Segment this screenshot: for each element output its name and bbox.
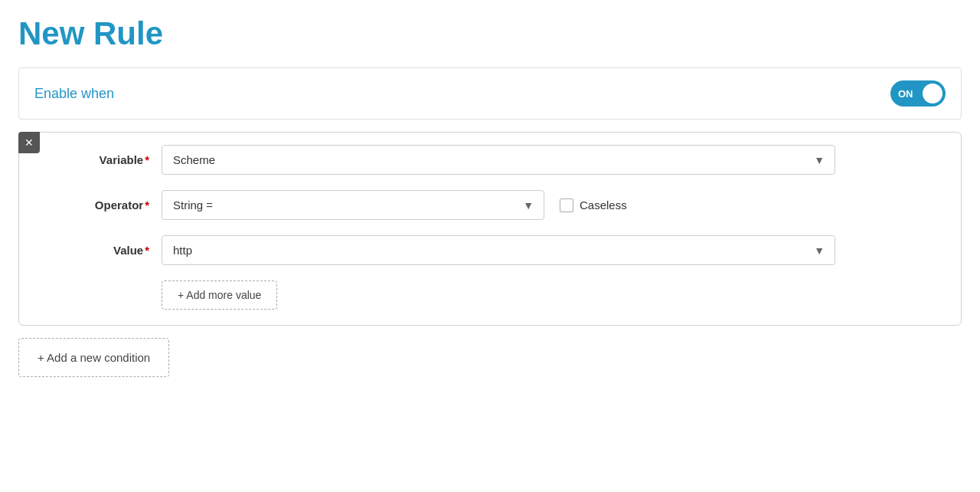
operator-row: Operator* String = String != String cont… [80, 190, 946, 220]
operator-select-wrapper: String = String != String contains Regex… [162, 190, 544, 220]
toggle-wrapper[interactable]: ON [890, 80, 946, 107]
add-condition-button[interactable]: + Add a new condition [18, 338, 169, 377]
operator-select[interactable]: String = String != String contains Regex… [162, 190, 544, 220]
add-more-value-button[interactable]: + Add more value [162, 280, 277, 310]
toggle-knob [923, 84, 942, 103]
condition-fields: Variable* Scheme Host Path Query Method … [34, 145, 946, 310]
add-more-value-row: + Add more value [80, 280, 946, 310]
add-more-value-control: + Add more value [162, 280, 835, 310]
caseless-checkbox[interactable] [560, 198, 573, 212]
variable-control: Scheme Host Path Query Method Header ▼ [162, 145, 835, 175]
toggle-on-label: ON [898, 88, 913, 100]
value-required-star: * [145, 244, 149, 257]
variable-required-star: * [145, 153, 149, 166]
value-control: http https ▼ [162, 235, 835, 265]
operator-label: Operator* [80, 198, 149, 212]
value-label: Value* [80, 244, 149, 257]
remove-condition-button[interactable]: ✕ [18, 132, 40, 153]
caseless-label: Caseless [580, 198, 627, 212]
enable-when-label: Enable when [34, 86, 114, 102]
operator-required-star: * [145, 198, 149, 212]
enable-toggle[interactable]: ON [890, 80, 946, 107]
variable-label: Variable* [80, 153, 149, 166]
operator-control: String = String != String contains Regex… [162, 190, 835, 220]
variable-row: Variable* Scheme Host Path Query Method … [80, 145, 946, 175]
caseless-wrapper: Caseless [560, 198, 627, 212]
enable-when-bar: Enable when ON [18, 67, 962, 120]
value-select[interactable]: http https [162, 235, 835, 265]
variable-select[interactable]: Scheme Host Path Query Method Header [162, 145, 835, 175]
variable-select-wrapper: Scheme Host Path Query Method Header ▼ [162, 145, 835, 175]
value-row: Value* http https ▼ [80, 235, 946, 265]
operator-row-inner: String = String != String contains Regex… [162, 190, 835, 220]
value-select-wrapper: http https ▼ [162, 235, 835, 265]
condition-card: ✕ Variable* Scheme Host Path Query Metho… [18, 132, 962, 326]
page-title: New Rule [18, 15, 962, 52]
